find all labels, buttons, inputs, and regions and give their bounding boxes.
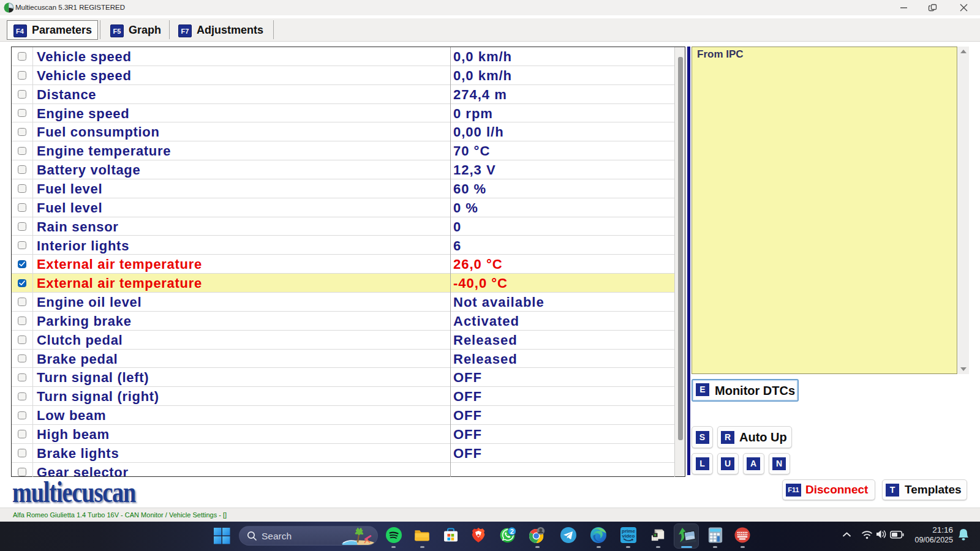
svg-text:2: 2 [510, 528, 514, 535]
